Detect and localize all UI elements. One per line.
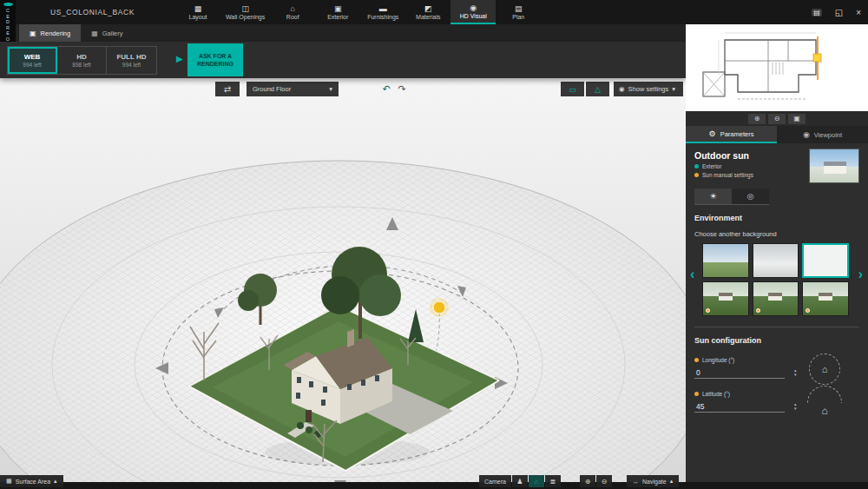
latitude-input[interactable] xyxy=(694,401,794,412)
cedreo-logo[interactable]: CEDREO xyxy=(0,0,16,42)
grid-icon: ▦ xyxy=(6,478,12,485)
longitude-compass-icon[interactable]: ⌂ xyxy=(809,354,840,385)
roof-icon: ⌂ xyxy=(291,4,295,13)
layout-icon: ▦ xyxy=(194,4,202,13)
resolution-fullhd-button[interactable]: FULL HD 994 left xyxy=(107,47,156,74)
parameters-panel: Outdoor sun Exterior Sun manual settings… xyxy=(686,143,868,482)
view-tabbar: ▣ Rendering ▦ Gallery xyxy=(0,24,686,42)
background-thumb-6[interactable] xyxy=(802,281,849,316)
home-icon: ⌂ xyxy=(821,405,827,417)
thumb-marker-icon xyxy=(706,308,710,313)
resolution-web-button[interactable]: WEB 994 left xyxy=(8,47,57,74)
plan-view-button[interactable]: ≣ xyxy=(545,475,561,487)
zoom-out-button[interactable]: ⊖ xyxy=(596,475,612,487)
floorplan-drawing xyxy=(686,24,868,111)
navigate-icon: ↔ xyxy=(633,479,639,485)
walkthrough-view-button[interactable]: ♟ xyxy=(512,475,528,487)
paint-tool-button[interactable]: ▭ xyxy=(561,82,584,96)
orange-dot-icon xyxy=(694,358,699,362)
tab-camera-settings[interactable]: ◎ xyxy=(732,188,769,204)
background-thumbnails xyxy=(702,243,849,316)
floor-select[interactable]: Ground Floor ▾ xyxy=(247,82,339,96)
3d-viewport[interactable]: ⇄ Ground Floor ▾ ↶ ↷ ▭ △ ◉ Show settings… xyxy=(0,78,686,482)
navigate-label: Navigate xyxy=(642,479,667,485)
menu-item-furnishings[interactable]: ▬Furnishings xyxy=(360,0,405,24)
tab-gallery[interactable]: ▦ Gallery xyxy=(81,24,133,42)
chevron-down-icon: ▾ xyxy=(672,85,675,93)
ask-rendering-button[interactable]: ASK FOR A RENDERING xyxy=(187,43,243,76)
scene-preview-thumbnail[interactable] xyxy=(809,149,859,183)
background-thumb-5[interactable] xyxy=(753,281,799,316)
section-divider xyxy=(694,327,859,327)
terrain-tool-button[interactable]: △ xyxy=(586,82,609,96)
eye-icon: ◉ xyxy=(803,130,810,139)
thumb-house-graphic xyxy=(819,293,832,301)
floorplan-minimap[interactable] xyxy=(686,24,868,111)
aerial-view-button[interactable]: ⌂ xyxy=(529,475,544,487)
menu-item-hd-visual[interactable]: ◉HD Visual xyxy=(450,0,496,24)
thumb-house-graphic xyxy=(768,293,782,301)
wall-openings-icon: ◫ xyxy=(241,4,249,13)
home-icon: ⌂ xyxy=(822,364,828,374)
zoom-in-icon: ⊕ xyxy=(585,478,591,486)
minimap-frame-button[interactable]: ▣ xyxy=(788,114,806,124)
tab-rendering[interactable]: ▣ Rendering xyxy=(19,24,81,42)
background-thumb-3-selected[interactable] xyxy=(802,243,849,278)
titlebar: US_COLONIAL_BACK ▦Layout ◫Wall Openings … xyxy=(0,0,868,24)
minimap-zoom-out-button[interactable]: ⊖ xyxy=(768,114,786,124)
layers-icon: ≣ xyxy=(550,478,556,486)
menu-item-plan[interactable]: ▤Plan xyxy=(496,0,541,24)
longitude-stepper: ▴ ▾ xyxy=(794,368,797,377)
carousel-right-button[interactable]: › xyxy=(858,268,863,281)
menu-item-materials[interactable]: ◩Materials xyxy=(405,0,450,24)
fullscreen-icon[interactable]: ◱ xyxy=(835,8,843,17)
minimap-zoom-in-button[interactable]: ⊕ xyxy=(748,114,766,124)
background-label: Choose another background xyxy=(694,230,859,238)
zoom-in-button[interactable]: ⊕ xyxy=(580,475,595,487)
bottom-bar xyxy=(0,482,868,489)
project-name: US_COLONIAL_BACK xyxy=(50,0,135,24)
undo-button[interactable]: ↶ xyxy=(379,82,393,96)
floor-select-value: Ground Floor xyxy=(253,85,291,93)
3d-scene[interactable] xyxy=(0,78,686,482)
sun-config-title: Sun configuration xyxy=(694,336,859,345)
cone-icon: △ xyxy=(595,85,601,94)
orange-dot-icon xyxy=(694,392,699,396)
zoom-out-icon: ⊖ xyxy=(602,478,608,486)
swap-icon: ⇄ xyxy=(224,84,231,94)
teal-dot-icon xyxy=(694,164,699,169)
tab-parameters-label: Parameters xyxy=(720,130,754,138)
longitude-input[interactable] xyxy=(694,367,794,378)
thumb-marker-icon xyxy=(756,308,760,313)
exterior-icon: ▣ xyxy=(334,4,342,13)
navigate-dropdown[interactable]: ↔ Navigate ▴ xyxy=(627,475,679,487)
thumb-marker-icon xyxy=(806,308,810,313)
background-thumb-1[interactable] xyxy=(702,243,749,278)
tab-rendering-label: Rendering xyxy=(41,30,71,37)
eye-icon: ◉ xyxy=(619,85,625,93)
background-thumb-4[interactable] xyxy=(702,281,749,316)
tab-sun-settings[interactable]: ☀ xyxy=(694,188,732,204)
carousel-left-button[interactable]: ‹ xyxy=(690,268,694,281)
thumb-house-graphic xyxy=(719,293,733,301)
latitude-arc-icon[interactable]: ⌂ xyxy=(804,384,845,419)
background-thumb-2[interactable] xyxy=(753,243,799,278)
menu-item-layout[interactable]: ▦Layout xyxy=(175,0,220,24)
tab-parameters[interactable]: ⚙ Parameters xyxy=(686,126,777,143)
close-icon[interactable]: × xyxy=(856,8,861,17)
stepper-down-icon[interactable]: ▾ xyxy=(794,373,797,377)
menu-item-roof[interactable]: ⌂Roof xyxy=(270,0,315,24)
feedback-icon[interactable]: ▤ xyxy=(812,9,822,17)
undo-icon: ↶ xyxy=(382,83,390,95)
sun-handle[interactable] xyxy=(430,298,449,317)
surface-area-dropdown[interactable]: ▦ Surface Area ▴ xyxy=(0,475,63,487)
redo-button[interactable]: ↷ xyxy=(395,82,409,96)
gear-icon: ⚙ xyxy=(709,129,716,138)
menu-item-wall-openings[interactable]: ◫Wall Openings xyxy=(220,0,270,24)
resolution-hd-button[interactable]: HD 898 left xyxy=(57,47,107,74)
menu-item-exterior[interactable]: ▣Exterior xyxy=(315,0,360,24)
tab-viewpoint[interactable]: ◉ Viewpoint xyxy=(777,126,868,143)
swap-view-button[interactable]: ⇄ xyxy=(215,82,240,96)
stepper-down-icon[interactable]: ▾ xyxy=(794,406,797,411)
show-settings-dropdown[interactable]: ◉ Show settings ▾ xyxy=(614,82,683,96)
